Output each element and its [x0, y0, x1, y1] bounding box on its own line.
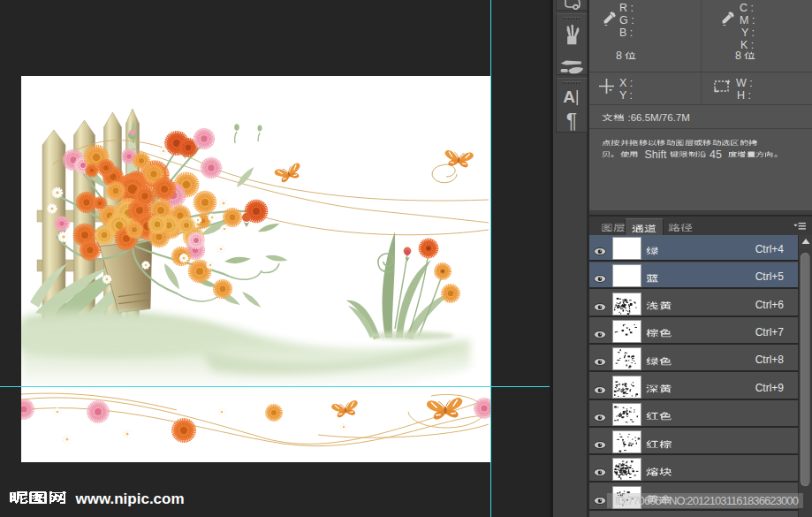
svg-text:A: A — [563, 88, 575, 106]
svg-text:¶: ¶ — [566, 113, 577, 131]
